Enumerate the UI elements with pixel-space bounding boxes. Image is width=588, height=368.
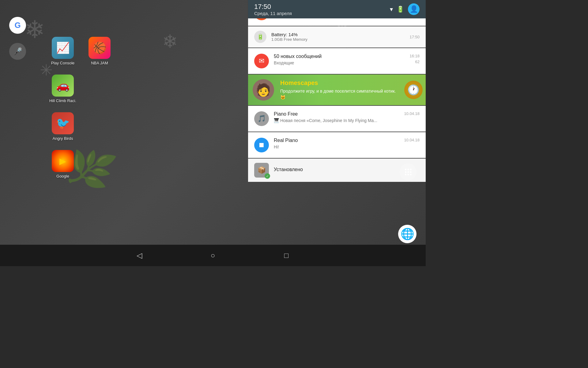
- messages-notification[interactable]: ✉ 50 новых сообщений Входящие 16:18 62: [248, 48, 426, 74]
- hill-climb-label: Hill Climb Raci.: [49, 98, 76, 103]
- messages-notif-right: 16:18 62: [409, 54, 420, 64]
- notification-panel: 17:50 Среда, 11 апреля ▾ 🔋 👤 🔋 Батарея п…: [248, 0, 426, 182]
- snowflake-decoration: ❄: [162, 31, 178, 52]
- navigation-bar: ◁ ○ □: [0, 245, 426, 266]
- installed-icon-container: 📦 ✓: [254, 163, 269, 178]
- microphone-icon[interactable]: 🎤: [9, 43, 26, 60]
- homescapes-notification[interactable]: 🧑 Homescapes Продолжите игру, и в доме п…: [248, 75, 426, 105]
- install-badge: ✓: [265, 173, 270, 179]
- nba-jam-label: NBA JAM: [91, 61, 108, 65]
- real-piano-title: Real Piano: [274, 138, 399, 143]
- messages-notif-icon: ✉: [254, 54, 269, 68]
- icon-row-1: 📈 Play Console 🏀 NBA JAM: [49, 37, 113, 65]
- real-piano-content: Real Piano Hi!: [274, 138, 399, 149]
- icon-row-3: 🐦 Angry Birds: [49, 112, 113, 141]
- installed-title: Установлено: [274, 167, 420, 172]
- back-button[interactable]: ◁: [133, 249, 145, 262]
- chrome-icon[interactable]: 🌐: [398, 225, 417, 243]
- piano-free-right: 10.04.18: [404, 111, 420, 116]
- real-piano-icon: ⏹: [254, 138, 269, 152]
- battery-status-icon: 🔋: [397, 6, 404, 13]
- play-console-image: 📈: [52, 37, 74, 59]
- homescapes-title: Homescapes: [280, 79, 398, 86]
- google-search-icon[interactable]: G: [9, 17, 26, 34]
- nba-jam-image: 🏀: [89, 37, 111, 59]
- angry-birds-image: 🐦: [52, 112, 74, 134]
- homescapes-text: Продолжите игру, и в доме поселится симп…: [280, 88, 398, 100]
- desktop-icons-area: 📈 Play Console 🏀 NBA JAM 🚗 Hill Climb Ra…: [49, 37, 113, 178]
- status-icons: ▾ 🔋 👤: [390, 3, 420, 15]
- messages-notif-time: 16:18: [409, 54, 420, 58]
- status-time: 17:50: [254, 3, 292, 11]
- status-time-block: 17:50 Среда, 11 апреля: [254, 3, 292, 16]
- system-battery-title: Battery: 14%: [271, 32, 405, 37]
- desktop-background: ❄ ✳ ❄ ❄ ✳ 🌿 G 🎤 📈 Play Console 🏀 NBA JAM: [0, 0, 426, 266]
- app-icon-hill-climb[interactable]: 🚗 Hill Climb Raci.: [49, 75, 77, 103]
- system-battery-time: 17:50: [409, 35, 420, 39]
- status-date: Среда, 11 апреля: [254, 11, 292, 16]
- installed-content: Установлено: [274, 167, 420, 174]
- messages-notif-subtitle: Входящие: [274, 60, 405, 65]
- messages-notif-content: 50 новых сообщений Входящие: [274, 54, 405, 65]
- installed-notification[interactable]: 📦 ✓ Установлено: [248, 159, 426, 182]
- system-battery-card[interactable]: 🔋 Battery: 14% 1.0GB Free Memory 17:50: [248, 26, 426, 48]
- real-piano-subtitle: Hi!: [274, 144, 399, 149]
- wifi-icon: ▾: [390, 6, 393, 13]
- status-bar: 17:50 Среда, 11 апреля ▾ 🔋 👤: [248, 0, 426, 18]
- piano-free-notification[interactable]: 🎵 Piano Free 🎹 Новая песня «Come, Joseph…: [248, 106, 426, 132]
- home-button[interactable]: ○: [207, 249, 219, 262]
- homescapes-content: Homescapes Продолжите игру, и в доме пос…: [277, 76, 401, 103]
- homescapes-clock: 🕐: [401, 78, 426, 102]
- user-avatar[interactable]: 👤: [408, 3, 420, 15]
- system-battery-content: Battery: 14% 1.0GB Free Memory: [271, 32, 405, 42]
- piano-free-icon: 🎵: [254, 111, 269, 126]
- clock-icon: 🕐: [404, 81, 423, 99]
- hill-climb-image: 🚗: [52, 75, 74, 97]
- recent-button[interactable]: □: [280, 249, 292, 262]
- piano-free-title: Piano Free: [274, 111, 399, 117]
- app-icon-google[interactable]: ▶ Google: [49, 150, 77, 178]
- piano-free-subtitle: 🎹 Новая песня «Come, Josephine In My Fly…: [274, 118, 399, 123]
- app-icon-play-console[interactable]: 📈 Play Console: [49, 37, 77, 65]
- real-piano-right: 10.04.18: [404, 138, 420, 142]
- system-battery-icon: 🔋: [254, 31, 266, 43]
- piano-free-time: 10.04.18: [404, 111, 420, 116]
- angry-birds-label: Angry Birds: [52, 136, 73, 141]
- app-icon-angry-birds[interactable]: 🐦 Angry Birds: [49, 112, 77, 141]
- homescapes-avatar-area: 🧑: [248, 75, 277, 105]
- snowflake-decoration: ❄: [24, 15, 45, 44]
- system-battery-subtitle: 1.0GB Free Memory: [271, 37, 405, 42]
- real-piano-time: 10.04.18: [404, 138, 420, 142]
- piano-free-content: Piano Free 🎹 Новая песня «Come, Josephin…: [274, 111, 399, 123]
- google-label: Google: [56, 174, 69, 178]
- app-icon-nba-jam[interactable]: 🏀 NBA JAM: [86, 37, 113, 65]
- messages-count: 62: [415, 59, 420, 64]
- icon-row-2: 🚗 Hill Climb Raci.: [49, 75, 113, 103]
- play-console-label: Play Console: [51, 61, 75, 65]
- homescapes-avatar: 🧑: [253, 79, 274, 101]
- real-piano-notification[interactable]: ⏹ Real Piano Hi! 10.04.18: [248, 132, 426, 158]
- icon-row-4: ▶ Google: [49, 150, 113, 178]
- messages-notif-title: 50 новых сообщений: [274, 54, 405, 59]
- google-image: ▶: [52, 150, 74, 172]
